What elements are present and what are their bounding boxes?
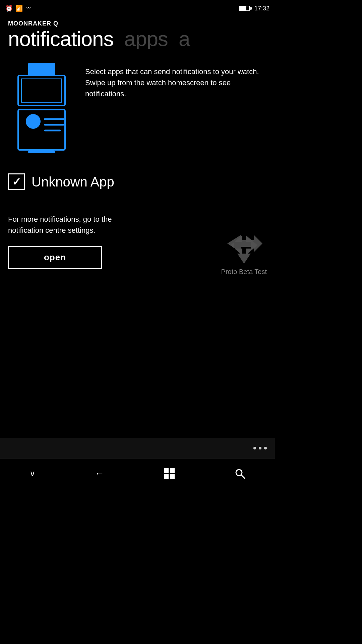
chevron-down-icon: ∨ [29, 469, 36, 478]
nav-bar: ∨ ← [0, 458, 275, 488]
svg-rect-0 [28, 63, 55, 76]
watermark: Proto Beta Test [221, 225, 267, 276]
tab-apps[interactable]: apps [124, 29, 168, 49]
signal-icon: 〰 [25, 5, 32, 12]
home-button[interactable] [163, 468, 175, 480]
page-header: notifications apps a [0, 29, 275, 49]
svg-marker-13 [227, 235, 262, 252]
alarm-icon: ⏰ [5, 5, 13, 12]
battery-icon [239, 6, 252, 11]
svg-line-20 [241, 475, 245, 478]
app-item-unknown[interactable]: Unknown App [8, 170, 267, 194]
system-tray [0, 438, 275, 458]
search-icon [235, 468, 245, 479]
status-icons: ⏰ 📶 〰 [5, 5, 32, 12]
app-title: MOONRAKER Q [0, 17, 275, 29]
dot-3 [264, 447, 267, 449]
search-button[interactable] [235, 468, 245, 479]
dots-menu[interactable] [253, 447, 267, 449]
svg-rect-18 [170, 474, 175, 479]
app-checkbox[interactable] [8, 173, 25, 190]
status-right: 17:32 [239, 5, 269, 12]
footer-section: For more notifications, go to the notifi… [0, 200, 275, 276]
app-item-label: Unknown App [32, 174, 114, 190]
watch-illustration [8, 63, 75, 153]
watermark-label: Proto Beta Test [221, 268, 267, 276]
description-text: Select apps that can send notifications … [85, 63, 267, 99]
status-bar: ⏰ 📶 〰 17:32 [0, 0, 275, 17]
dot-2 [259, 447, 261, 449]
back-icon: ← [95, 468, 104, 479]
svg-rect-16 [170, 468, 175, 473]
back-button[interactable]: ← [95, 468, 104, 479]
svg-rect-1 [18, 75, 65, 106]
svg-rect-8 [28, 151, 55, 153]
illustration-section: Select apps that can send notifications … [0, 49, 275, 163]
home-icon [163, 468, 175, 480]
svg-point-4 [26, 114, 41, 129]
tab-more[interactable]: a [179, 29, 190, 49]
svg-rect-17 [164, 474, 169, 479]
chevron-down-button[interactable]: ∨ [29, 469, 36, 478]
wifi-off-icon: 📶 [15, 5, 23, 12]
time-display: 17:32 [254, 5, 269, 12]
svg-marker-14 [237, 254, 251, 264]
dot-1 [253, 447, 256, 449]
app-list-section: Unknown App [0, 163, 275, 200]
svg-rect-2 [21, 79, 62, 102]
footer-info-text: For more notifications, go to the notifi… [8, 214, 135, 236]
open-button[interactable]: open [8, 246, 102, 269]
tab-notifications[interactable]: notifications [8, 29, 113, 49]
svg-rect-15 [164, 468, 169, 473]
